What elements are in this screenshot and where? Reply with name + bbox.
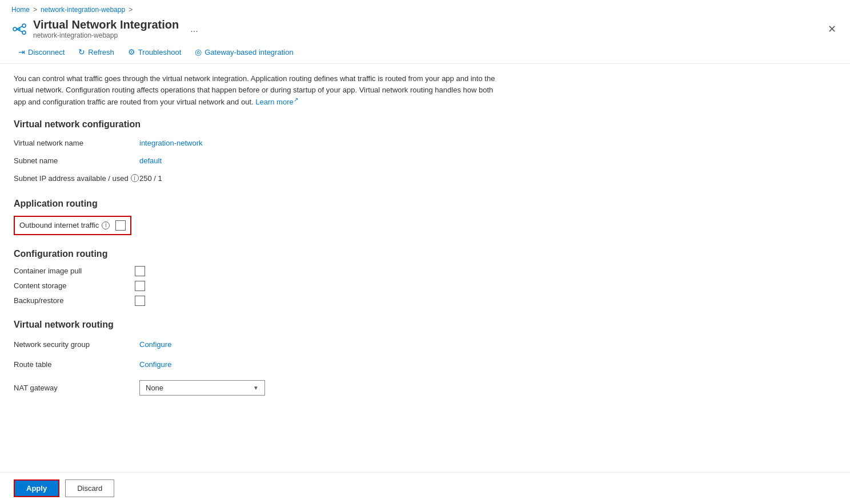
subnet-name-label: Subnet name — [14, 154, 139, 167]
configuration-routing-title: Configuration routing — [14, 249, 500, 259]
svg-point-1 — [22, 24, 26, 27]
breadcrumb-webapp[interactable]: network-integration-webapp — [41, 6, 125, 14]
content-storage-checkbox[interactable] — [135, 281, 145, 291]
page-title: Virtual Network Integration — [33, 18, 179, 31]
external-link-icon: ↗ — [294, 96, 298, 103]
title-text: Virtual Network Integration network-inte… — [33, 18, 179, 39]
virtual-network-config-title: Virtual network configuration — [14, 119, 500, 130]
backup-restore-checkbox[interactable] — [135, 296, 145, 306]
content-storage-label: Content storage — [14, 281, 128, 290]
toolbar: ⇥ Disconnect ↻ Refresh ⚙ Troubleshoot ◎ … — [0, 41, 850, 64]
outbound-info-icon[interactable]: i — [102, 221, 110, 229]
container-image-pull-label: Container image pull — [14, 267, 128, 275]
refresh-button[interactable]: ↻ Refresh — [71, 45, 121, 59]
breadcrumb-sep1: > — [33, 6, 37, 14]
route-table-configure-link[interactable]: Configure — [139, 357, 500, 372]
footer: Apply Discard — [0, 472, 850, 504]
description-text: You can control what traffic goes throug… — [14, 73, 500, 108]
virtual-network-routing-title: Virtual network routing — [14, 320, 500, 330]
main-content: You can control what traffic goes throug… — [0, 64, 514, 422]
subnet-ip-info-icon[interactable]: i — [131, 174, 139, 182]
application-routing-title: Application routing — [14, 199, 500, 209]
nat-gateway-dropdown[interactable]: None ▼ — [139, 377, 500, 399]
close-button[interactable]: ✕ — [825, 21, 839, 38]
nsg-label: Network security group — [14, 337, 139, 352]
subnet-name-value[interactable]: default — [139, 154, 500, 167]
breadcrumb-sep2: > — [129, 6, 133, 14]
subnet-link[interactable]: default — [139, 156, 162, 165]
backup-restore-label: Backup/restore — [14, 296, 128, 305]
svg-point-2 — [22, 31, 26, 34]
refresh-icon: ↻ — [78, 47, 85, 57]
troubleshoot-button[interactable]: ⚙ Troubleshoot — [121, 45, 188, 59]
page-subtitle: network-integration-webapp — [33, 31, 179, 39]
backup-restore-row: Backup/restore — [14, 296, 500, 306]
vnet-name-label: Virtual network name — [14, 136, 139, 150]
vnet-routing-grid: Network security group Configure Route t… — [14, 337, 500, 399]
application-routing-section: Application routing Outbound internet tr… — [14, 199, 500, 235]
disconnect-icon: ⇥ — [18, 47, 25, 57]
learn-more-link[interactable]: Learn more↗ — [255, 98, 298, 106]
virtual-network-config-section: Virtual network configuration Virtual ne… — [14, 119, 500, 185]
troubleshoot-icon: ⚙ — [128, 47, 135, 57]
vnet-name-value[interactable]: integration-network — [139, 136, 500, 150]
nat-gateway-select[interactable]: None ▼ — [139, 380, 265, 396]
subnet-ip-label: Subnet IP address available / used i — [14, 172, 139, 185]
title-row: Virtual Network Integration network-inte… — [0, 16, 850, 41]
breadcrumb-home[interactable]: Home — [11, 6, 30, 14]
route-table-label: Route table — [14, 357, 139, 372]
config-grid: Virtual network name integration-network… — [14, 136, 500, 185]
container-image-pull-checkbox[interactable] — [135, 266, 145, 276]
more-options-button[interactable]: ... — [187, 23, 201, 35]
integration-network-link[interactable]: integration-network — [139, 139, 203, 147]
network-icon — [11, 21, 27, 37]
container-image-pull-row: Container image pull — [14, 266, 500, 276]
nat-gateway-label: NAT gateway — [14, 377, 139, 399]
virtual-network-routing-section: Virtual network routing Network security… — [14, 320, 500, 399]
discard-button[interactable]: Discard — [65, 479, 114, 497]
gateway-icon: ◎ — [195, 47, 202, 57]
gateway-integration-button[interactable]: ◎ Gateway-based integration — [188, 45, 300, 59]
content-storage-row: Content storage — [14, 281, 500, 291]
subnet-ip-value: 250 / 1 — [139, 172, 500, 185]
svg-point-5 — [18, 28, 21, 30]
outbound-traffic-checkbox[interactable] — [115, 220, 126, 231]
outbound-traffic-label: Outbound internet traffic i — [19, 221, 110, 229]
configuration-routing-section: Configuration routing Container image pu… — [14, 249, 500, 306]
dropdown-chevron-icon: ▼ — [253, 385, 259, 391]
outbound-internet-traffic-row[interactable]: Outbound internet traffic i — [14, 216, 131, 235]
svg-point-0 — [13, 27, 17, 31]
breadcrumb: Home > network-integration-webapp > — [0, 0, 850, 16]
nsg-configure-link[interactable]: Configure — [139, 337, 500, 352]
apply-button[interactable]: Apply — [14, 479, 59, 497]
disconnect-button[interactable]: ⇥ Disconnect — [11, 45, 71, 59]
